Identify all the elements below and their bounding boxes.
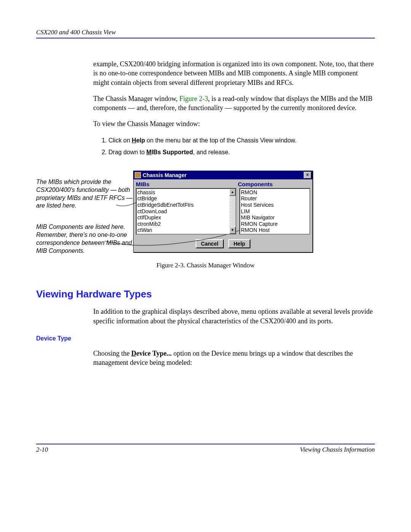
lists-row: chassis ctBridge ctBridgeSdbEnetTotFtrs …	[134, 188, 312, 238]
cancel-button[interactable]: Cancel	[196, 239, 224, 248]
para-intro-1: example, CSX200/400 bridging information…	[93, 59, 375, 87]
callouts-column: The MIBs which provide the CSX200/400's …	[36, 171, 133, 255]
help-button[interactable]: Help	[228, 239, 250, 248]
callout-mibs: The MIBs which provide the CSX200/400's …	[36, 178, 133, 210]
list-item[interactable]: RMON Host	[241, 227, 309, 233]
step2-pre: Drag down to	[108, 149, 147, 155]
list-item[interactable]: ctBridgeSdbEnetTotFtrs	[137, 202, 229, 208]
scroll-track[interactable]	[229, 196, 236, 227]
mibs-scrollbar[interactable]: ▲ ▼	[229, 189, 236, 234]
step-2: Drag down to MIBs Supported, and release…	[108, 147, 375, 157]
scroll-down-icon[interactable]: ▼	[229, 227, 236, 234]
mibs-listbox[interactable]: chassis ctBridge ctBridgeSdbEnetTotFtrs …	[136, 188, 236, 235]
step2-mnemonic: M	[147, 149, 151, 155]
window-title: Chassis Manager	[143, 172, 304, 178]
step2-post: , and release.	[193, 149, 230, 155]
column-labels: MIBs Components	[134, 179, 312, 188]
step1-rest: elp	[136, 137, 145, 144]
para-intro-2: The Chassis Manager window, Figure 2-3, …	[93, 94, 375, 113]
mibs-list: chassis ctBridge ctBridgeSdbEnetTotFtrs …	[137, 189, 229, 234]
window-icon	[135, 172, 141, 178]
titlebar: Chassis Manager ×	[134, 171, 312, 179]
figure-area: The MIBs which provide the CSX200/400's …	[36, 171, 375, 255]
step-1: Click on Help on the menu bar at the top…	[108, 136, 375, 145]
list-item[interactable]: Host Services	[241, 202, 309, 208]
list-item[interactable]: ctronMib2	[137, 221, 229, 227]
list-item[interactable]: Router	[241, 195, 309, 202]
page-number: 2-10	[36, 446, 48, 454]
list-item[interactable]: chassis	[137, 189, 229, 196]
scroll-up-icon[interactable]: ▲	[229, 189, 236, 196]
para5-mnemonic: D	[131, 350, 136, 357]
components-listbox[interactable]: RMON Router Host Services LIM MIB Naviga…	[239, 188, 310, 235]
components-list: RMON Router Host Services LIM MIB Naviga…	[240, 189, 309, 234]
heading-device-type: Device Type	[36, 335, 375, 342]
figure-caption: Figure 2-3. Chassis Manager Window	[36, 262, 375, 269]
page-header: CSX200 and 400 Chassis View	[36, 29, 375, 38]
step2-rest: IBs Supported	[151, 149, 193, 155]
para-hardware-types: In addition to the graphical displays de…	[93, 307, 375, 326]
label-components: Components	[238, 181, 310, 187]
step1-mnemonic: H	[132, 137, 136, 144]
page-footer: 2-10 Viewing Chassis Information	[36, 444, 375, 454]
steps-list: Click on Help on the menu bar at the top…	[93, 136, 375, 157]
list-item[interactable]: ctDownLoad	[137, 208, 229, 215]
para-device-type: Choosing the Device Type... option on th…	[93, 349, 375, 367]
para5-pre: Choosing the	[93, 350, 131, 357]
button-row: Cancel Help	[134, 238, 312, 252]
para5-rest: evice Type...	[136, 350, 172, 357]
list-item[interactable]: ctBridge	[137, 195, 229, 202]
list-item[interactable]: ctIfDuplex	[137, 214, 229, 221]
callout-components: MIB Components are listed here. Remember…	[36, 223, 133, 255]
footer-section: Viewing Chassis Information	[300, 446, 375, 454]
close-button[interactable]: ×	[304, 172, 311, 179]
list-item[interactable]: ctWan	[137, 227, 229, 233]
list-item[interactable]: RMON Capture	[241, 221, 309, 227]
heading-viewing-hardware-types: Viewing Hardware Types	[36, 288, 375, 300]
list-item[interactable]: MIB Navigator	[241, 214, 309, 221]
label-mibs: MIBs	[136, 181, 238, 187]
step1-pre: Click on	[108, 137, 132, 144]
figure-2-3-link[interactable]: Figure 2-3	[179, 95, 208, 102]
para2-pre: The Chassis Manager window,	[93, 95, 179, 102]
para-howto: To view the Chassis Manager window:	[93, 119, 375, 128]
list-item[interactable]: LIM	[241, 208, 309, 215]
list-item[interactable]: RMON	[241, 189, 309, 196]
chassis-manager-window: Chassis Manager × MIBs Components chassi…	[133, 171, 313, 252]
step1-post: on the menu bar at the top of the Chassi…	[145, 137, 296, 144]
